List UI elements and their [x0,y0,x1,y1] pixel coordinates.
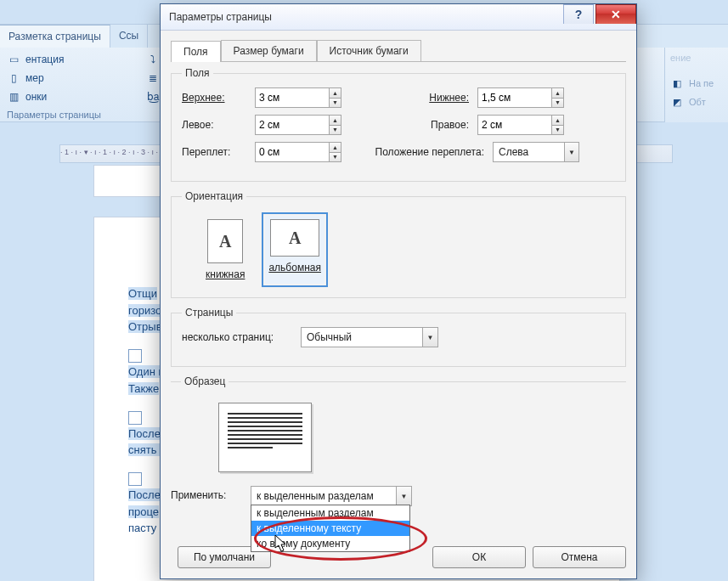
doc-line: После [128,488,161,501]
ribbon-tab-references[interactable]: Ссы [110,25,148,48]
apply-option[interactable]: ко всему документу [251,536,409,551]
ribbon-item-wrap-text[interactable]: ◩ Oбт [670,95,723,109]
hyphenation-icon: b͜a [146,90,160,104]
ribbon-cut-label: ентация [25,54,64,65]
spin-down-icon[interactable]: ▼ [330,126,341,135]
combo-value: Обычный [302,328,422,347]
apply-to-row: Применить: к выделенным разделам ▼ к выд… [171,486,626,506]
fieldset-pages: Страницы несколько страниц: Обычный ▼ [171,307,626,367]
input-gutter[interactable] [256,143,329,161]
landscape-icon: A [270,219,319,257]
orientation-portrait[interactable]: A книжная [202,216,248,284]
spinner-gutter[interactable]: ▲▼ [255,142,341,162]
legend-sample: Образец [181,375,229,387]
spin-up-icon[interactable]: ▲ [330,143,341,153]
fieldset-sample: Образец [171,375,626,477]
help-button[interactable]: ? [563,4,594,24]
spin-up-icon[interactable]: ▲ [330,88,341,99]
label-pages: несколько страниц: [182,331,301,343]
breaks-icon: ⤵ [146,53,160,66]
dialog-tabs: Поля Размер бумаги Источник бумаги [171,40,626,62]
input-top[interactable] [256,88,329,107]
input-bottom[interactable] [478,88,551,107]
dropdown-caret-icon[interactable]: ▼ [422,328,437,347]
dialog-titlebar[interactable]: Параметры страницы ? ✕ [161,4,636,31]
bring-front-icon: ◧ [670,76,684,90]
label-right: Правое: [341,119,477,131]
ok-button[interactable]: ОК [432,546,526,568]
input-right[interactable] [478,116,551,134]
wrap-icon: ◩ [670,95,684,109]
ribbon-tab-page-layout[interactable]: Разметка страницы [0,25,110,48]
spinner-left[interactable]: ▲▼ [255,115,341,135]
label-bottom: Нижнее: [341,92,477,104]
fieldset-orientation: Ориентация A книжная A альбомная [171,190,626,298]
ribbon-item-label: Oбт [689,97,706,107]
doc-line: горизо [128,304,161,317]
dropdown-caret-icon[interactable]: ▼ [396,487,411,505]
input-left[interactable] [256,116,329,134]
combo-pages[interactable]: Обычный ▼ [301,327,438,347]
close-icon: ✕ [611,8,621,21]
help-icon: ? [575,8,583,21]
spin-down-icon[interactable]: ▼ [330,99,341,108]
combo-gutter-pos[interactable]: Слева ▼ [493,142,579,162]
page-setup-dialog: Параметры страницы ? ✕ Поля Размер бумаг… [160,3,637,579]
spin-up-icon[interactable]: ▲ [552,88,563,99]
spinner-top[interactable]: ▲▼ [255,87,341,108]
orientation-landscape[interactable]: A альбомная [265,216,324,284]
spin-down-icon[interactable]: ▼ [552,126,563,135]
close-button[interactable]: ✕ [595,4,636,24]
portrait-icon: A [207,219,243,263]
columns-icon: ▥ [7,90,20,104]
orientation-label: альбомная [268,262,321,274]
spin-down-icon[interactable]: ▼ [330,153,341,162]
spinner-bottom[interactable]: ▲▼ [477,87,564,108]
right-cut: ение [670,53,723,63]
apply-option[interactable]: к выделенным разделам [251,505,409,521]
spin-up-icon[interactable]: ▲ [552,116,563,126]
paragraph-checkbox[interactable] [128,349,142,363]
spin-down-icon[interactable]: ▼ [552,99,563,108]
label-gutter: Переплет: [182,146,255,158]
dialog-body: Поля Размер бумаги Источник бумаги Поля … [161,30,636,578]
spin-up-icon[interactable]: ▲ [330,116,341,126]
dropdown-caret-icon[interactable]: ▼ [564,143,578,161]
doc-line: проце [128,505,159,518]
doc-line: Отщи [128,287,157,300]
tab-layout[interactable]: Источник бумаги [317,40,421,61]
doc-line: Отрыв [128,320,162,333]
doc-line: После [128,427,161,440]
combo-value: к выделенным разделам [251,487,396,505]
label-apply: Применить: [171,486,244,501]
paragraph-checkbox[interactable] [128,472,142,486]
size-icon: ▯ [7,71,20,85]
ribbon-item-bring-front[interactable]: ◧ На пе [670,76,723,90]
combo-apply-to[interactable]: к выделенным разделам ▼ [251,486,412,506]
sample-preview [218,403,312,472]
ribbon-group-label: Параметры страницы [7,110,101,120]
tab-paper[interactable]: Размер бумаги [221,40,317,61]
apply-option[interactable]: к выделенному тексту [251,521,409,536]
dialog-title: Параметры страницы [169,11,272,23]
linenumbers-icon: ≣ [146,71,160,85]
label-gutter-pos: Положение переплета: [341,146,493,158]
paragraph-checkbox[interactable] [128,411,142,425]
ribbon-cut-label: мер [25,72,44,84]
legend-margins: Поля [182,67,213,79]
ribbon-item-label: На пе [689,78,714,88]
cancel-button[interactable]: Отмена [533,546,626,568]
label-left: Левое: [182,119,255,131]
fieldset-margins: Поля Верхнее: ▲▼ Нижнее: ▲▼ Левое: ▲▼ [171,67,626,182]
doc-line: Также [128,382,159,395]
spinner-right[interactable]: ▲▼ [477,115,564,135]
tab-margins[interactable]: Поля [171,41,221,62]
ribbon-right-panel: ение ◧ На пе ◩ Oбт [664,48,728,122]
legend-orientation: Ориентация [182,190,246,202]
label-top: Верхнее: [182,92,255,104]
legend-pages: Страницы [182,307,236,319]
orientation-label: книжная [206,268,245,280]
ribbon-cut-label: онки [25,91,47,103]
orientation-icon: ▭ [7,53,20,66]
apply-to-dropdown-list: к выделенным разделам к выделенному текс… [251,505,410,552]
